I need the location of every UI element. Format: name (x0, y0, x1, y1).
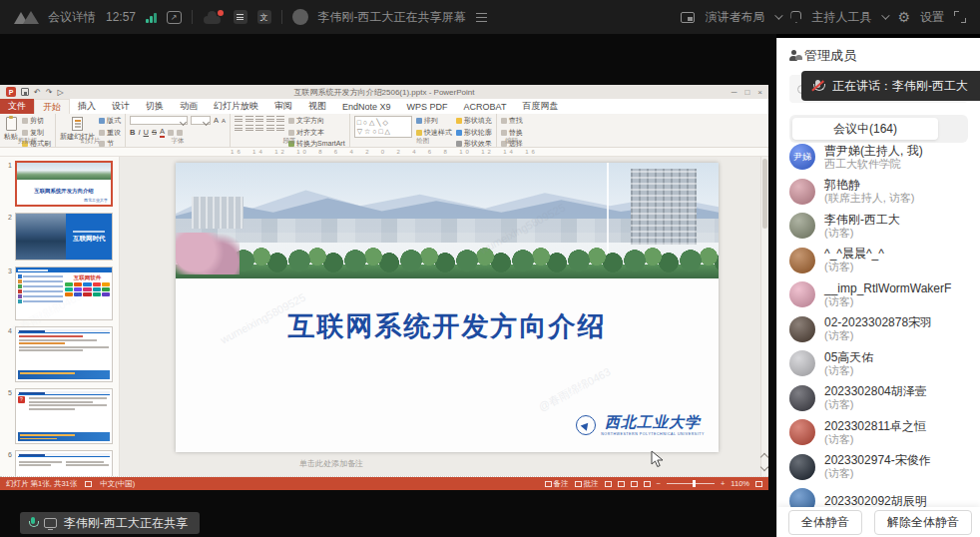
justify-icon[interactable] (266, 125, 274, 132)
shapes-gallery[interactable]: □ ○ △ ╲ ◇ ▽ ☆ ○ □ △ (354, 116, 412, 138)
minimize-icon[interactable]: ─ (732, 88, 737, 97)
slide-thumbnail-2[interactable]: 互联网时代 (15, 213, 113, 261)
indent-increase-icon[interactable] (266, 116, 274, 123)
slideshow-view-icon[interactable] (644, 481, 651, 487)
tab-home[interactable]: 开始 (34, 99, 70, 114)
cut-button[interactable]: 剪切 (22, 116, 51, 126)
spellcheck-icon[interactable] (85, 481, 92, 487)
unmute-all-button[interactable]: 解除全体静音 (874, 510, 972, 535)
layout-button[interactable]: 版式 (99, 116, 121, 126)
zoom-in-button[interactable]: + (721, 479, 725, 488)
find-button[interactable]: 查找 (501, 116, 523, 126)
tab-slideshow[interactable]: 幻灯片放映 (206, 99, 266, 114)
tab-acrobat[interactable]: ACROBAT (456, 99, 515, 114)
strikethrough-button[interactable]: S (152, 128, 157, 137)
speaker-layout-menu[interactable]: 演讲者布局 (705, 9, 764, 26)
gear-icon[interactable]: ⚙ (897, 10, 910, 24)
font-name-select[interactable] (130, 116, 188, 125)
participant-row[interactable]: 2023302974-宋俊作(访客) (777, 450, 980, 485)
tab-baidu-pan[interactable]: 百度网盘 (514, 99, 566, 114)
slideshow-icon[interactable]: ▷ (57, 88, 63, 97)
network-signal-icon[interactable] (146, 12, 157, 23)
tab-file[interactable]: 文件 (0, 99, 34, 114)
cloud-record-icon[interactable] (203, 10, 224, 25)
change-case-icon[interactable] (177, 130, 183, 136)
normal-view-icon[interactable] (605, 481, 612, 487)
participant-row[interactable]: ^_^晨晨^_^(访客) (777, 244, 980, 278)
font-size-select[interactable] (191, 116, 211, 125)
tab-view[interactable]: 视图 (300, 99, 334, 114)
sorter-view-icon[interactable] (618, 481, 625, 487)
arrange-button[interactable]: 排列 (416, 116, 452, 126)
grow-font-button[interactable]: A (214, 116, 219, 125)
meeting-docs-icon[interactable] (234, 10, 247, 24)
participant-row[interactable]: 02-2023302878宋羽(访客) (777, 312, 980, 347)
participant-row[interactable]: 2023302804胡泽壹(访客) (777, 381, 980, 416)
char-spacing-icon[interactable] (168, 130, 174, 136)
slide-canvas[interactable]: 互联网系统开发方向介绍 西北工业大学 NORTHWESTERN POLYTECH… (120, 157, 768, 476)
participant-row[interactable]: 郭艳静(联席主持人, 访客) (777, 175, 980, 210)
undo-icon[interactable]: ↶ (34, 88, 41, 97)
participant-row[interactable]: 2023302092胡辰明 (777, 484, 980, 507)
participant-row[interactable]: 2023302811卓之恒(访客) (777, 415, 980, 450)
host-tools-menu[interactable]: 主持人工具 (811, 9, 871, 26)
screen-share-icon[interactable] (44, 518, 57, 528)
sharing-pill[interactable]: 李伟刚-西工大正在共享 (20, 512, 200, 534)
participant-row[interactable]: __imp_RtlWormWakerF(访客) (777, 277, 980, 312)
columns-icon[interactable] (276, 125, 284, 132)
tab-wps-pdf[interactable]: WPS PDF (399, 99, 456, 114)
slide-thumbnail-1[interactable]: 互联网系统开发方向介绍 西北工业大学 (15, 161, 113, 207)
align-right-icon[interactable] (255, 125, 263, 132)
zoom-level[interactable]: 110% (731, 479, 749, 488)
align-center-icon[interactable] (245, 125, 253, 132)
shape-outline-button[interactable]: 形状轮廓 (456, 128, 492, 138)
tab-endnote[interactable]: EndNote X9 (334, 99, 399, 114)
shrink-font-button[interactable]: A (222, 118, 226, 124)
participant-row[interactable]: 李伟刚-西工大(访客) (777, 209, 980, 244)
close-icon[interactable]: × (757, 88, 762, 97)
indent-decrease-icon[interactable] (255, 116, 263, 123)
shape-fill-button[interactable]: 形状填充 (456, 116, 492, 126)
underline-button[interactable]: U (144, 128, 149, 137)
microphone-icon[interactable] (28, 517, 37, 530)
participant-row[interactable]: 05高天佑(访客) (777, 346, 980, 381)
reading-view-icon[interactable] (631, 481, 638, 487)
open-in-window-icon[interactable]: ↗ (167, 11, 182, 24)
bold-button[interactable]: B (130, 128, 135, 137)
text-direction-button[interactable]: 文字方向 (288, 116, 345, 126)
copy-button[interactable]: 复制 (22, 128, 51, 138)
replace-button[interactable]: 替换 (501, 128, 523, 138)
line-spacing-icon[interactable] (276, 116, 284, 123)
slide-thumbnail-panel[interactable]: 1 互联网系统开发方向介绍 西北工业大学 2 互联网时代 3 (0, 157, 120, 476)
reset-button[interactable]: 重设 (99, 128, 121, 138)
sharer-list-toggle-icon[interactable] (476, 13, 487, 22)
align-text-button[interactable]: 对齐文本 (288, 128, 345, 138)
mute-all-button[interactable]: 全体静音 (788, 510, 862, 535)
slide-thumbnail-3[interactable]: 互联网软件 (15, 267, 113, 320)
zoom-out-button[interactable]: − (657, 479, 661, 488)
tab-insert[interactable]: 插入 (70, 99, 104, 114)
participant-list[interactable]: 尹娣 曹尹娣(主持人, 我)西工大软件学院 郭艳静(联席主持人, 访客) 李伟刚… (777, 140, 980, 507)
settings-button[interactable]: 设置 (920, 9, 944, 26)
italic-button[interactable]: I (138, 128, 140, 137)
tab-in-meeting[interactable]: 会议中(164) (792, 118, 938, 140)
tab-design[interactable]: 设计 (104, 99, 138, 114)
bullets-icon[interactable] (235, 116, 243, 123)
member-tabs[interactable]: 会议中(164) (789, 115, 968, 143)
tab-review[interactable]: 审阅 (266, 99, 300, 114)
fit-slide-icon[interactable] (755, 481, 762, 487)
redo-icon[interactable]: ↷ (46, 88, 53, 97)
notes-placeholder[interactable]: 单击此处添加备注 (299, 458, 363, 469)
numbering-icon[interactable] (245, 116, 253, 123)
meeting-detail-button[interactable]: 会议详情 (48, 9, 96, 26)
comments-toggle[interactable]: 批注 (575, 479, 599, 489)
fullscreen-icon[interactable] (954, 11, 966, 23)
restore-icon[interactable]: □ (744, 88, 749, 97)
tab-animations[interactable]: 动画 (172, 99, 206, 114)
zoom-slider[interactable] (667, 483, 715, 485)
slide-thumbnail-5[interactable]: ? (15, 388, 113, 444)
tab-transitions[interactable]: 切换 (138, 99, 172, 114)
current-slide[interactable]: 互联网系统开发方向介绍 西北工业大学 NORTHWESTERN POLYTECH… (176, 163, 719, 452)
vertical-scrollbar[interactable] (760, 157, 768, 476)
align-left-icon[interactable] (235, 125, 243, 132)
